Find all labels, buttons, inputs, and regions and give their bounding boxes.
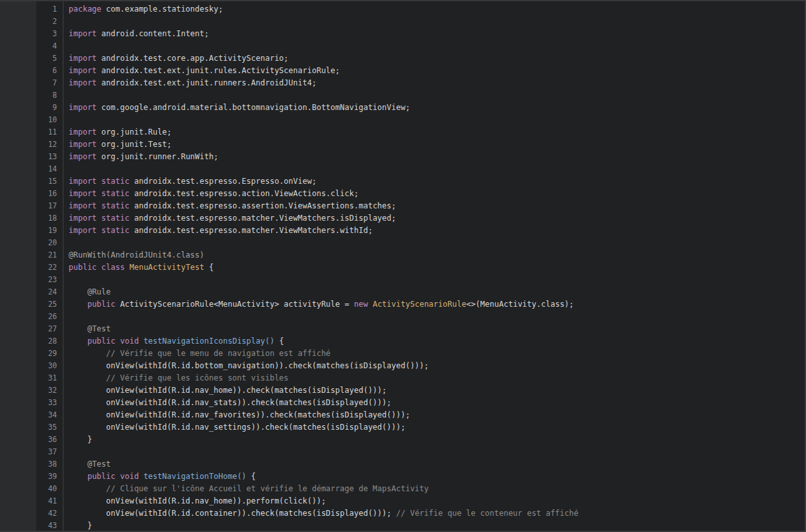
- code-text: import static androidx.test.espresso.act…: [69, 188, 805, 200]
- line-number: 23: [0, 274, 57, 286]
- line-number: 24: [0, 286, 57, 298]
- line-number: 4: [0, 40, 57, 52]
- code-line[interactable]: 15import static androidx.test.espresso.E…: [0, 175, 805, 188]
- code-line[interactable]: 27 @Test: [0, 323, 805, 335]
- code-line[interactable]: 18import static androidx.test.espresso.m…: [0, 212, 805, 225]
- code-text: onView(withId(R.id.nav_settings)).check(…: [69, 421, 805, 434]
- code-line[interactable]: 22public class MenuActivityTest {: [0, 261, 805, 274]
- code-line[interactable]: 43 }: [0, 520, 805, 531]
- code-line[interactable]: 2: [0, 16, 805, 28]
- code-text: public ActivityScenarioRule<MenuActivity…: [69, 298, 805, 311]
- line-number: 42: [0, 507, 57, 520]
- line-number: 39: [0, 471, 57, 483]
- code-text: }: [69, 434, 805, 446]
- code-line[interactable]: 5import androidx.test.core.app.ActivityS…: [0, 52, 805, 65]
- code-line[interactable]: 6import androidx.test.ext.junit.rules.Ac…: [0, 65, 805, 77]
- code-text: public class MenuActivityTest {: [69, 261, 805, 274]
- line-number: 7: [0, 77, 57, 89]
- line-number: 21: [0, 249, 57, 261]
- code-text: [69, 237, 805, 249]
- code-text: [69, 40, 805, 52]
- code-line[interactable]: 9import com.google.android.material.bott…: [0, 102, 805, 114]
- code-text: onView(withId(R.id.nav_stats)).check(mat…: [69, 397, 805, 409]
- code-text: import static androidx.test.espresso.mat…: [69, 212, 805, 225]
- code-text: import static androidx.test.espresso.ass…: [69, 200, 805, 212]
- code-text: onView(withId(R.id.nav_home)).perform(cl…: [69, 495, 805, 507]
- line-number: 12: [0, 139, 57, 151]
- code-line[interactable]: 21@RunWith(AndroidJUnit4.class): [0, 249, 805, 261]
- code-line[interactable]: 35 onView(withId(R.id.nav_settings)).che…: [0, 421, 805, 434]
- line-number: 13: [0, 151, 57, 163]
- code-text: import static androidx.test.espresso.Esp…: [69, 175, 805, 188]
- code-line[interactable]: 34 onView(withId(R.id.nav_favorites)).ch…: [0, 409, 805, 421]
- code-line[interactable]: 16import static androidx.test.espresso.a…: [0, 188, 805, 200]
- code-line[interactable]: 7import androidx.test.ext.junit.runners.…: [0, 77, 805, 89]
- code-text: // Vérifie que le menu de navigation est…: [69, 348, 805, 360]
- line-number: 30: [0, 360, 57, 372]
- code-line[interactable]: 32 onView(withId(R.id.nav_home)).check(m…: [0, 384, 805, 397]
- code-line[interactable]: 17import static androidx.test.espresso.a…: [0, 200, 805, 212]
- code-line[interactable]: 29 // Vérifie que le menu de navigation …: [0, 348, 805, 360]
- code-line[interactable]: 31 // Vérifie que les icônes sont visibl…: [0, 372, 805, 384]
- code-text: onView(withId(R.id.container)).check(mat…: [69, 507, 805, 520]
- line-number: 37: [0, 446, 57, 458]
- line-number: 33: [0, 397, 57, 409]
- code-line[interactable]: 39 public void testNavigationToHome() {: [0, 471, 805, 483]
- code-text: // Vérifie que les icônes sont visibles: [69, 372, 805, 384]
- code-line[interactable]: 11import org.junit.Rule;: [0, 126, 805, 139]
- line-number: 1: [0, 3, 57, 16]
- code-line[interactable]: 36 }: [0, 434, 805, 446]
- code-line[interactable]: 24 @Rule: [0, 286, 805, 298]
- code-line[interactable]: 40 // Clique sur l'icône Accueil et véri…: [0, 483, 805, 495]
- code-line[interactable]: 12import org.junit.Test;: [0, 139, 805, 151]
- code-text: [69, 274, 805, 286]
- code-line[interactable]: 37: [0, 446, 805, 458]
- line-number: 11: [0, 126, 57, 139]
- code-line[interactable]: 41 onView(withId(R.id.nav_home)).perform…: [0, 495, 805, 507]
- line-number: 8: [0, 89, 57, 102]
- line-number: 43: [0, 520, 57, 531]
- code-line[interactable]: 14: [0, 163, 805, 175]
- code-text: [69, 89, 805, 102]
- code-line[interactable]: 26: [0, 311, 805, 323]
- line-number: 36: [0, 434, 57, 446]
- code-text: [69, 163, 805, 175]
- code-text: }: [69, 520, 805, 531]
- code-line[interactable]: 4: [0, 40, 805, 52]
- code-line[interactable]: 38 @Test: [0, 458, 805, 471]
- line-number: 20: [0, 237, 57, 249]
- line-number: 17: [0, 200, 57, 212]
- code-text: @RunWith(AndroidJUnit4.class): [69, 249, 805, 261]
- line-number: 25: [0, 298, 57, 311]
- line-number: 41: [0, 495, 57, 507]
- line-number: 19: [0, 225, 57, 237]
- line-number: 3: [0, 28, 57, 40]
- code-line[interactable]: 1package com.example.stationdesky;: [0, 3, 805, 16]
- code-line[interactable]: 10: [0, 114, 805, 126]
- line-number: 32: [0, 384, 57, 397]
- code-line[interactable]: 8: [0, 89, 805, 102]
- code-editor[interactable]: 1package com.example.stationdesky;23impo…: [0, 1, 805, 531]
- line-number: 27: [0, 323, 57, 335]
- code-text: import androidx.test.ext.junit.runners.A…: [69, 77, 805, 89]
- line-number: 22: [0, 261, 57, 274]
- code-line[interactable]: 42 onView(withId(R.id.container)).check(…: [0, 507, 805, 520]
- line-number: 16: [0, 188, 57, 200]
- code-text: [69, 311, 805, 323]
- code-lines: 1package com.example.stationdesky;23impo…: [0, 3, 805, 531]
- code-line[interactable]: 23: [0, 274, 805, 286]
- code-line[interactable]: 13import org.junit.runner.RunWith;: [0, 151, 805, 163]
- code-line[interactable]: 33 onView(withId(R.id.nav_stats)).check(…: [0, 397, 805, 409]
- code-text: @Test: [69, 458, 805, 471]
- code-text: import org.junit.Rule;: [69, 126, 805, 139]
- code-line[interactable]: 20: [0, 237, 805, 249]
- code-line[interactable]: 19import static androidx.test.espresso.m…: [0, 225, 805, 237]
- line-number: 18: [0, 212, 57, 225]
- code-text: onView(withId(R.id.bottom_navigation)).c…: [69, 360, 805, 372]
- code-line[interactable]: 30 onView(withId(R.id.bottom_navigation)…: [0, 360, 805, 372]
- code-line[interactable]: 3import android.content.Intent;: [0, 28, 805, 40]
- code-line[interactable]: 28 public void testNavigationIconsDispla…: [0, 335, 805, 348]
- line-number: 2: [0, 16, 57, 28]
- code-text: public void testNavigationIconsDisplay()…: [69, 335, 805, 348]
- code-line[interactable]: 25 public ActivityScenarioRule<MenuActiv…: [0, 298, 805, 311]
